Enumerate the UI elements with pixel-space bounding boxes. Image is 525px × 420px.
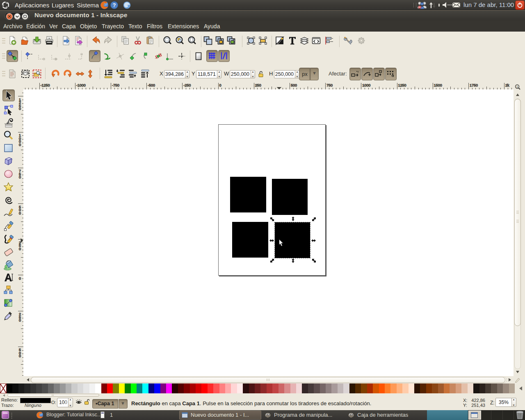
svg-text:250: 250	[255, 83, 261, 87]
svg-text:-500: -500	[148, 83, 155, 87]
svg-text:-750: -750	[112, 83, 119, 87]
svg-text:750: 750	[326, 83, 333, 87]
svg-text:0: 0	[19, 247, 21, 251]
svg-text:0: 0	[19, 354, 21, 358]
svg-text:0: 0	[19, 276, 21, 281]
svg-text:1: 1	[516, 85, 518, 88]
svg-text:?: ?	[113, 2, 116, 8]
svg-text:500: 500	[291, 83, 297, 87]
svg-text:-1250: -1250	[41, 83, 50, 87]
svg-text:1250: 1250	[398, 83, 406, 87]
svg-text:0: 0	[19, 107, 21, 111]
svg-text:-1000: -1000	[76, 83, 86, 87]
svg-text:1000: 1000	[362, 83, 370, 87]
svg-text:0: 0	[19, 211, 21, 215]
svg-text:1750: 1750	[470, 83, 478, 87]
svg-text:0: 0	[19, 175, 21, 179]
svg-text:1500: 1500	[434, 83, 442, 87]
svg-text:0: 0	[219, 83, 221, 87]
svg-text:0: 0	[19, 318, 21, 322]
svg-text:-250: -250	[183, 83, 191, 87]
svg-text:2k: 2k	[505, 83, 509, 87]
svg-text:0: 0	[19, 143, 21, 147]
